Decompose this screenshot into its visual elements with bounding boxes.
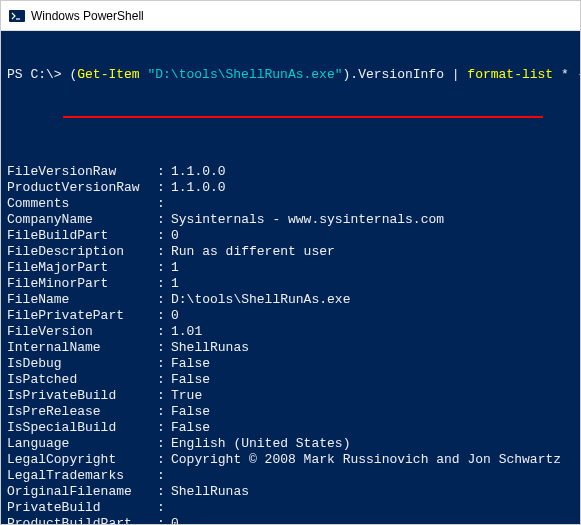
output-row: OriginalFilename: ShellRunas bbox=[7, 484, 574, 500]
property-value: English (United States) bbox=[171, 436, 350, 452]
colon-separator: : bbox=[157, 228, 171, 244]
property-value: 1.01 bbox=[171, 324, 202, 340]
force-flag: -force bbox=[577, 67, 580, 82]
property-key: FileMajorPart bbox=[7, 260, 157, 276]
output-block: FileVersionRaw: 1.1.0.0ProductVersionRaw… bbox=[7, 164, 574, 524]
output-row: FileDescription: Run as different user bbox=[7, 244, 574, 260]
window-title: Windows PowerShell bbox=[31, 9, 144, 23]
colon-separator: : bbox=[157, 308, 171, 324]
property-value: False bbox=[171, 372, 210, 388]
property-key: FileVersion bbox=[7, 324, 157, 340]
output-row: IsPreRelease: False bbox=[7, 404, 574, 420]
property-value: False bbox=[171, 404, 210, 420]
prompt-prefix: PS C:\> bbox=[7, 67, 69, 82]
property-value: Sysinternals - www.sysinternals.com bbox=[171, 212, 444, 228]
property-value: Copyright © 2008 Mark Russinovich and Jo… bbox=[171, 452, 561, 468]
property-key: IsSpecialBuild bbox=[7, 420, 157, 436]
colon-separator: : bbox=[157, 212, 171, 228]
output-row: LegalTrademarks: bbox=[7, 468, 574, 484]
space bbox=[553, 67, 561, 82]
property-key: FilePrivatePart bbox=[7, 308, 157, 324]
highlight-underline bbox=[63, 116, 543, 118]
property-key: IsDebug bbox=[7, 356, 157, 372]
cmdlet-get-item: Get-Item bbox=[77, 67, 139, 82]
output-row: ProductVersionRaw: 1.1.0.0 bbox=[7, 180, 574, 196]
output-row: FileVersionRaw: 1.1.0.0 bbox=[7, 164, 574, 180]
property-value: 0 bbox=[171, 228, 179, 244]
property-key: OriginalFilename bbox=[7, 484, 157, 500]
colon-separator: : bbox=[157, 356, 171, 372]
colon-separator: : bbox=[157, 372, 171, 388]
property-key: PrivateBuild bbox=[7, 500, 157, 516]
property-key: Language bbox=[7, 436, 157, 452]
output-row: IsSpecialBuild: False bbox=[7, 420, 574, 436]
output-row: IsPatched: False bbox=[7, 372, 574, 388]
colon-separator: : bbox=[157, 244, 171, 260]
path-argument: "D:\tools\ShellRunAs.exe" bbox=[147, 67, 342, 82]
output-row: FilePrivatePart: 0 bbox=[7, 308, 574, 324]
colon-separator: : bbox=[157, 276, 171, 292]
property-value: True bbox=[171, 388, 202, 404]
space bbox=[569, 67, 577, 82]
colon-separator: : bbox=[157, 420, 171, 436]
property-value: D:\tools\ShellRunAs.exe bbox=[171, 292, 350, 308]
colon-separator: : bbox=[157, 484, 171, 500]
output-row: PrivateBuild: bbox=[7, 500, 574, 516]
output-row: Comments: bbox=[7, 196, 574, 212]
property-value: 0 bbox=[171, 516, 179, 524]
property-key: IsPreRelease bbox=[7, 404, 157, 420]
cmdlet-format-list: format-list bbox=[467, 67, 553, 82]
terminal-body[interactable]: PS C:\> (Get-Item "D:\tools\ShellRunAs.e… bbox=[1, 31, 580, 524]
colon-separator: : bbox=[157, 452, 171, 468]
output-row: FileName: D:\tools\ShellRunAs.exe bbox=[7, 292, 574, 308]
command-line: PS C:\> (Get-Item "D:\tools\ShellRunAs.e… bbox=[7, 67, 574, 83]
colon-separator: : bbox=[157, 260, 171, 276]
property-key: FileMinorPart bbox=[7, 276, 157, 292]
output-row: Language: English (United States) bbox=[7, 436, 574, 452]
colon-separator: : bbox=[157, 388, 171, 404]
property-value: 1.1.0.0 bbox=[171, 180, 226, 196]
colon-separator: : bbox=[157, 468, 171, 484]
property-value: 0 bbox=[171, 308, 179, 324]
property-key: FileVersionRaw bbox=[7, 164, 157, 180]
property-value: Run as different user bbox=[171, 244, 335, 260]
output-row: FileMajorPart: 1 bbox=[7, 260, 574, 276]
wildcard-star: * bbox=[561, 67, 569, 82]
output-row: IsDebug: False bbox=[7, 356, 574, 372]
output-row: LegalCopyright: Copyright © 2008 Mark Ru… bbox=[7, 452, 574, 468]
colon-separator: : bbox=[157, 500, 171, 516]
colon-separator: : bbox=[157, 404, 171, 420]
colon-separator: : bbox=[157, 180, 171, 196]
property-key: ProductVersionRaw bbox=[7, 180, 157, 196]
output-row: InternalName: ShellRunas bbox=[7, 340, 574, 356]
property-key: Comments bbox=[7, 196, 157, 212]
output-row: IsPrivateBuild: True bbox=[7, 388, 574, 404]
output-row: FileBuildPart: 0 bbox=[7, 228, 574, 244]
colon-separator: : bbox=[157, 196, 171, 212]
property-value: ShellRunas bbox=[171, 340, 249, 356]
output-row: CompanyName: Sysinternals - www.sysinter… bbox=[7, 212, 574, 228]
property-key: CompanyName bbox=[7, 212, 157, 228]
property-value: False bbox=[171, 356, 210, 372]
property-value: 1 bbox=[171, 260, 179, 276]
property-value: 1 bbox=[171, 276, 179, 292]
property-key: ProductBuildPart bbox=[7, 516, 157, 524]
output-row: ProductBuildPart: 0 bbox=[7, 516, 574, 524]
pipe-operator: | bbox=[444, 67, 467, 82]
property-key: FileName bbox=[7, 292, 157, 308]
property-key: FileDescription bbox=[7, 244, 157, 260]
powershell-icon bbox=[9, 8, 25, 24]
property-value: 1.1.0.0 bbox=[171, 164, 226, 180]
colon-separator: : bbox=[157, 516, 171, 524]
property-access: .VersionInfo bbox=[350, 67, 444, 82]
property-value: False bbox=[171, 420, 210, 436]
window-titlebar[interactable]: Windows PowerShell bbox=[1, 1, 580, 31]
output-row: FileMinorPart: 1 bbox=[7, 276, 574, 292]
property-key: LegalCopyright bbox=[7, 452, 157, 468]
property-key: IsPrivateBuild bbox=[7, 388, 157, 404]
property-key: IsPatched bbox=[7, 372, 157, 388]
colon-separator: : bbox=[157, 164, 171, 180]
property-key: FileBuildPart bbox=[7, 228, 157, 244]
output-row: FileVersion: 1.01 bbox=[7, 324, 574, 340]
property-value: ShellRunas bbox=[171, 484, 249, 500]
